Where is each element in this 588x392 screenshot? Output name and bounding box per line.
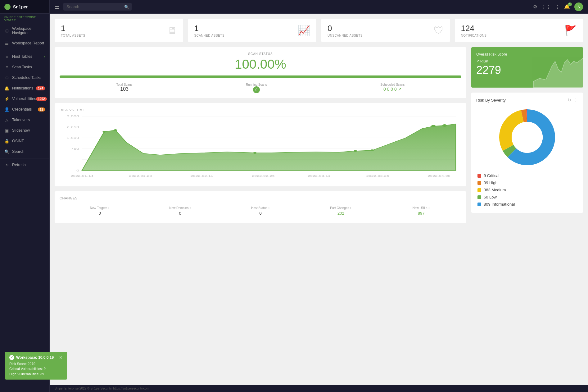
notifications-flag-icon: 🚩 bbox=[564, 25, 577, 36]
sidebar-item-osint[interactable]: 🔒 OSINT bbox=[0, 136, 49, 146]
svg-point-22 bbox=[370, 149, 374, 151]
svg-text:2022-02-25: 2022-02-25 bbox=[252, 174, 274, 177]
settings-icon[interactable]: ⚙ bbox=[533, 4, 537, 10]
changes-title: Changes bbox=[60, 196, 461, 200]
sidebar-item-slideshow[interactable]: ▣ Slideshow bbox=[0, 125, 49, 136]
svg-text:1,500: 1,500 bbox=[66, 136, 79, 139]
sidebar-logo bbox=[4, 4, 11, 10]
running-scans-stat: Running Scans 0 bbox=[246, 83, 267, 93]
workspace-navigator-icon: ⊞ bbox=[4, 28, 9, 33]
legend-critical: 9 Critical bbox=[477, 172, 577, 179]
hamburger-icon[interactable]: ☰ bbox=[55, 3, 60, 10]
severity-actions: ↻ ⋮ bbox=[568, 98, 578, 103]
user-avatar[interactable]: S bbox=[574, 2, 583, 11]
vulnerabilities-badge: 1292 bbox=[36, 97, 47, 101]
search-submit-icon[interactable]: 🔍 bbox=[124, 4, 129, 9]
medium-dot bbox=[477, 188, 481, 192]
right-column: Overall Risk Score ↗ RISK 2279 Risk By S… bbox=[471, 47, 583, 223]
footer: Sniper Enterprise 2022 © Sn1perSecurity.… bbox=[50, 385, 588, 392]
svg-point-18 bbox=[102, 131, 106, 133]
risk-chart-svg: 3,000 2,250 1,500 750 0 bbox=[60, 113, 461, 181]
sidebar-item-workspace-report[interactable]: ☰ Workspace Report bbox=[0, 38, 49, 48]
scheduled-scans-stat: Scheduled Scans 0 0 0 0 ↗ bbox=[380, 83, 405, 93]
main-grid: SCAN STATUS 100.00% Total Scans 103 Runn… bbox=[55, 47, 583, 223]
content-area: 1 TOTAL ASSETS 🖥 1 SCANNED ASSETS 📈 0 UN… bbox=[50, 14, 588, 385]
notification-wrapper: 🔔 1 bbox=[564, 4, 570, 10]
sidebar-item-vulnerabilities[interactable]: ⚡ Vulnerabilities 1292 bbox=[0, 93, 49, 104]
sidebar-item-workspace-navigator[interactable]: ⊞ Workspace Navigator bbox=[0, 24, 49, 38]
informational-dot bbox=[477, 203, 481, 206]
svg-text:2022-03-11: 2022-03-11 bbox=[308, 174, 330, 177]
overall-risk-card: Overall Risk Score ↗ RISK 2279 bbox=[471, 47, 583, 88]
scan-status-card: SCAN STATUS 100.00% Total Scans 103 Runn… bbox=[55, 47, 466, 98]
stat-card-notifications: 124 NOTIFICATIONS 🚩 bbox=[455, 19, 583, 42]
sidebar-item-scan-tasks[interactable]: ≡ Scan Tasks bbox=[0, 62, 49, 72]
toast-check-icon: ✓ bbox=[9, 355, 14, 360]
low-dot bbox=[477, 195, 481, 199]
legend-informational: 809 Informational bbox=[477, 201, 577, 208]
unscanned-assets-icon: 🛡 bbox=[434, 25, 444, 36]
severity-card-header: Risk By Severity ↻ ⋮ bbox=[476, 98, 578, 103]
severity-card: Risk By Severity ↻ ⋮ bbox=[471, 93, 583, 213]
notifications-value: 124 bbox=[461, 24, 487, 33]
severity-title: Risk By Severity bbox=[476, 98, 506, 103]
critical-dot bbox=[477, 174, 481, 178]
sidebar-item-credentials[interactable]: 👤 Credentials 11 bbox=[0, 104, 49, 115]
toast-body: Risk Score: 2279 Critical Vulnerabilitie… bbox=[9, 361, 63, 377]
svg-text:2022-02-11: 2022-02-11 bbox=[191, 174, 213, 177]
svg-text:750: 750 bbox=[71, 147, 79, 150]
svg-point-30 bbox=[512, 122, 543, 153]
sidebar-item-notifications[interactable]: 🔔 Notifications 124 bbox=[0, 83, 49, 93]
notifications-badge: 124 bbox=[36, 86, 45, 90]
more-icon[interactable]: ⋮ bbox=[555, 4, 560, 10]
takeovers-icon: △ bbox=[4, 117, 9, 122]
sidebar-item-scheduled-tasks[interactable]: ⊙ Scheduled Tasks bbox=[0, 72, 49, 83]
enterprise-label: SNIPER ENTERPRISE V2022.2 bbox=[0, 14, 49, 24]
vulnerabilities-icon: ⚡ bbox=[4, 96, 9, 101]
stat-card-unscanned-assets: 0 UNSCANNED ASSETS 🛡 bbox=[321, 19, 450, 42]
svg-point-21 bbox=[354, 150, 357, 152]
svg-text:3,000: 3,000 bbox=[66, 115, 79, 118]
sidebar-item-refresh[interactable]: ↻ Refresh bbox=[0, 160, 49, 170]
main-content: ☰ 🔍 ⚙ ⋮⋮ ⋮ 🔔 1 S 1 TOTAL ASSETS 🖥 bbox=[50, 0, 588, 392]
sidebar-title: Sn1per bbox=[13, 4, 28, 9]
scan-status-label: SCAN STATUS bbox=[60, 52, 461, 56]
svg-point-23 bbox=[431, 125, 436, 127]
risk-chart-card: Risk Vs. Time 3,000 2,250 bbox=[55, 103, 466, 186]
sidebar-item-host-tables[interactable]: ≡ Host Tables › bbox=[0, 51, 49, 62]
change-new-targets: New Targets ↕ 0 bbox=[60, 204, 140, 218]
change-port-changes: Port Changes ↕ 202 bbox=[301, 204, 381, 218]
change-new-urls: New URLs ↕ 897 bbox=[381, 204, 461, 218]
notifications-icon: 🔔 bbox=[4, 86, 9, 91]
unscanned-assets-value: 0 bbox=[328, 24, 363, 33]
total-assets-value: 1 bbox=[61, 24, 85, 33]
severity-legend: 9 Critical 39 High 383 Medium 60 Lo bbox=[476, 172, 578, 208]
stat-card-scanned-assets: 1 SCANNED ASSETS 📈 bbox=[188, 19, 317, 42]
sidebar-item-takeovers[interactable]: △ Takeovers bbox=[0, 115, 49, 125]
scan-progress-bar bbox=[60, 75, 461, 78]
search-input[interactable] bbox=[63, 3, 132, 11]
grid-icon[interactable]: ⋮⋮ bbox=[541, 4, 551, 10]
legend-low: 60 Low bbox=[477, 194, 577, 201]
refresh-severity-icon[interactable]: ↻ bbox=[568, 98, 571, 103]
svg-text:2022-03-25: 2022-03-25 bbox=[366, 174, 389, 177]
topbar-right: ⚙ ⋮⋮ ⋮ 🔔 1 S bbox=[533, 2, 583, 11]
toast-notification: ✓ Workspace: 10.0.0.19 ✕ Risk Score: 227… bbox=[5, 352, 67, 380]
legend-high: 39 High bbox=[477, 179, 577, 186]
more-severity-icon[interactable]: ⋮ bbox=[574, 98, 578, 103]
toast-close-icon[interactable]: ✕ bbox=[59, 355, 63, 360]
workspace-report-icon: ☰ bbox=[4, 41, 9, 46]
credentials-icon: 👤 bbox=[4, 107, 9, 112]
sidebar-item-search[interactable]: 🔍 Search bbox=[0, 146, 49, 157]
chart-area: 3,000 2,250 1,500 750 0 bbox=[60, 113, 461, 181]
toast-header: ✓ Workspace: 10.0.0.19 ✕ bbox=[9, 355, 63, 360]
svg-point-19 bbox=[114, 129, 117, 131]
svg-text:2,250: 2,250 bbox=[66, 125, 79, 129]
legend-medium: 383 Medium bbox=[477, 186, 577, 194]
svg-point-20 bbox=[253, 152, 257, 154]
changes-row: New Targets ↕ 0 New Domains ↕ 0 Host Sta… bbox=[60, 204, 461, 218]
svg-text:0: 0 bbox=[76, 169, 79, 172]
total-scans-stat: Total Scans 103 bbox=[116, 83, 133, 93]
scan-status-value: 100.00% bbox=[60, 57, 461, 72]
svg-text:2022-04-08: 2022-04-08 bbox=[427, 174, 450, 177]
